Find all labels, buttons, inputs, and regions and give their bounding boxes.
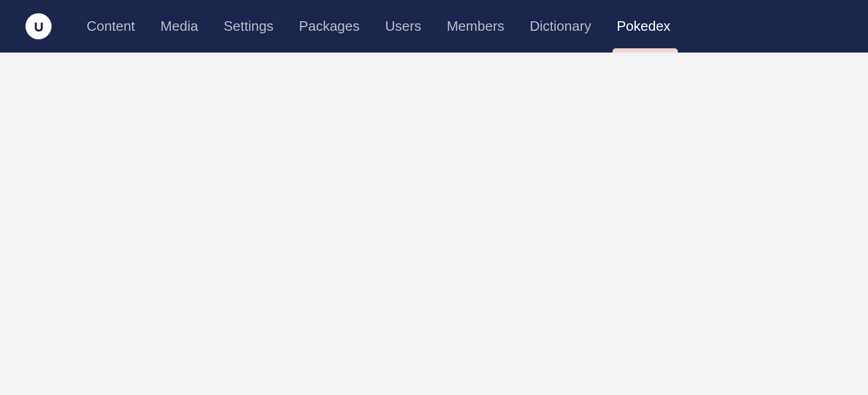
umbraco-logo-icon <box>31 19 47 35</box>
top-navigation: Content Media Settings Packages Users Me… <box>0 0 868 53</box>
nav-item-label: Content <box>87 18 135 35</box>
nav-item-users[interactable]: Users <box>372 0 434 53</box>
nav-item-pokedex[interactable]: Pokedex <box>604 0 683 53</box>
nav-item-label: Packages <box>299 18 360 35</box>
nav-item-label: Pokedex <box>617 18 670 35</box>
active-tab-indicator <box>612 48 678 53</box>
nav-items-container: Content Media Settings Packages Users Me… <box>74 0 683 53</box>
nav-item-label: Dictionary <box>530 18 591 35</box>
umbraco-logo[interactable] <box>25 13 52 39</box>
nav-item-settings[interactable]: Settings <box>211 0 286 53</box>
nav-item-label: Settings <box>224 18 274 35</box>
nav-item-media[interactable]: Media <box>148 0 211 53</box>
nav-item-packages[interactable]: Packages <box>286 0 372 53</box>
nav-item-dictionary[interactable]: Dictionary <box>517 0 604 53</box>
nav-item-label: Media <box>160 18 198 35</box>
nav-item-content[interactable]: Content <box>74 0 148 53</box>
nav-item-label: Members <box>447 18 504 35</box>
nav-item-label: Users <box>385 18 421 35</box>
main-content-area <box>0 53 868 395</box>
nav-item-members[interactable]: Members <box>434 0 517 53</box>
